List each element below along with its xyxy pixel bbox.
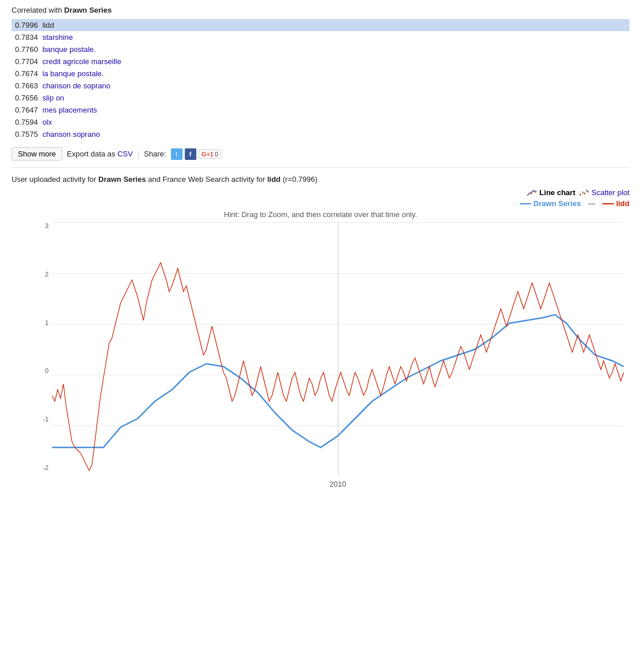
line-chart-icon — [527, 189, 537, 197]
chart-description: User uploaded activity for Drawn Series … — [12, 175, 629, 184]
chart-area[interactable] — [52, 222, 624, 476]
y-axis-label: 3 — [31, 222, 49, 229]
chart-wrapper[interactable]: Normalized Search Activity (σ) 3210-1-2 … — [52, 222, 624, 488]
actions-row: Show more Export data as CSV | Share: t … — [12, 147, 629, 160]
facebook-share-icon[interactable]: f — [185, 148, 196, 160]
scatter-plot-button[interactable]: Scatter plot — [579, 188, 629, 197]
legend-series2: lidd — [602, 199, 629, 208]
export-text: Export data as CSV — [67, 150, 133, 158]
correlation-list: 0.7996 lidd0.7834 starshine0.7760 banque… — [12, 19, 629, 140]
legend-series1: Drawn Series — [520, 199, 581, 208]
correlation-list-item[interactable]: 0.7647 mes placements — [12, 104, 629, 116]
chart-legend-row: Drawn Series — lidd — [520, 199, 629, 208]
correlation-list-item[interactable]: 0.7575 chanson soprano — [12, 128, 629, 140]
correlation-list-item[interactable]: 0.7656 slip on — [12, 92, 629, 104]
correlation-list-item[interactable]: 0.7760 banque postale. — [12, 43, 629, 55]
correlation-list-item[interactable]: 0.7674 la banque postale. — [12, 68, 629, 80]
y-axis-label: 1 — [31, 319, 49, 326]
correlation-link[interactable]: slip on — [42, 94, 64, 102]
correlation-link[interactable]: starshine — [42, 33, 73, 42]
gplus-count: 0 — [215, 151, 218, 158]
y-axis-label: -1 — [31, 416, 49, 423]
share-icons: t f G+1 0 — [171, 148, 221, 160]
chart-svg — [52, 222, 624, 476]
svg-point-2 — [584, 192, 586, 194]
correlation-link[interactable]: chanson soprano — [42, 130, 100, 139]
correlation-link[interactable]: chanson de soprano — [42, 81, 110, 90]
chart-hint: Hint: Drag to Zoom, and then correlate o… — [12, 210, 629, 219]
share-label: Share: — [144, 150, 166, 158]
correlation-link[interactable]: credit agricole marseille — [42, 57, 121, 66]
y-axis-label: 2 — [31, 271, 49, 278]
chart-section: User uploaded activity for Drawn Series … — [12, 175, 629, 488]
correlation-link[interactable]: la banque postale. — [42, 69, 103, 78]
correlation-list-item[interactable]: 0.7663 chanson de soprano — [12, 80, 629, 92]
chart-type-row: Line chart Scatter plot — [527, 188, 629, 197]
scatter-plot-icon — [579, 189, 589, 197]
show-more-button[interactable]: Show more — [12, 147, 62, 160]
svg-point-1 — [582, 191, 584, 193]
correlation-list-item: 0.7996 lidd — [12, 19, 629, 31]
correlation-list-item[interactable]: 0.7834 starshine — [12, 31, 629, 43]
csv-link[interactable]: CSV — [117, 150, 133, 158]
y-axis-labels: 3210-1-2 — [31, 222, 49, 471]
correlation-list-item[interactable]: 0.7594 olx — [12, 116, 629, 128]
y-axis-label: -2 — [31, 464, 49, 471]
legend-series2-line — [602, 203, 614, 204]
correlation-list-item[interactable]: 0.7704 credit agricole marseille — [12, 55, 629, 68]
chart-controls: Line chart Scatter plot Drawn Series — — [12, 188, 629, 208]
gplus-share-button[interactable]: G+1 0 — [199, 150, 221, 159]
line-chart-button[interactable]: Line chart — [527, 188, 575, 197]
x-axis-label: 2010 — [52, 480, 624, 488]
correlation-link[interactable]: mes placements — [42, 106, 97, 114]
svg-point-4 — [587, 191, 589, 192]
svg-point-0 — [580, 193, 582, 195]
twitter-share-icon[interactable]: t — [171, 148, 182, 160]
section-divider — [12, 167, 629, 168]
correlation-link[interactable]: olx — [42, 118, 52, 126]
legend-series1-line — [520, 203, 531, 204]
correlation-header: Correlated with Drawn Series — [12, 6, 629, 14]
correlation-link[interactable]: banque postale. — [42, 45, 96, 54]
y-axis-label: 0 — [31, 367, 49, 374]
